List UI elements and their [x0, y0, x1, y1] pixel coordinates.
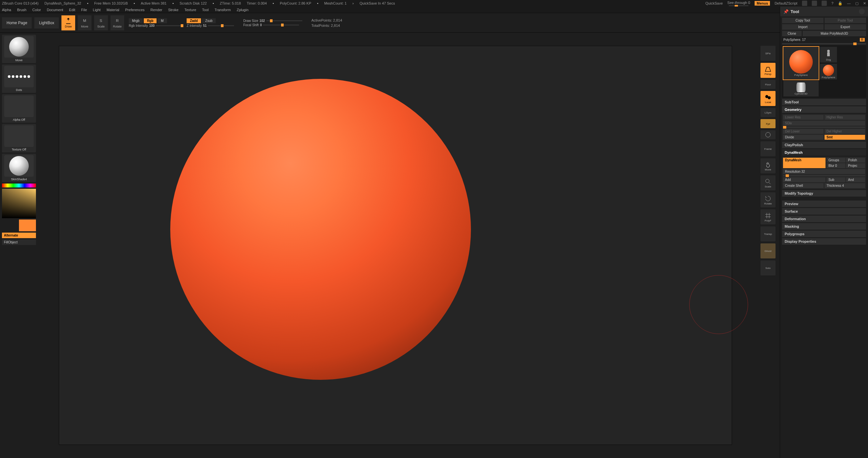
rotate-mode-button[interactable]: R Rotate	[111, 16, 124, 30]
zsub-button[interactable]: Zsub	[202, 18, 216, 23]
section-dynamesh[interactable]: DynaMesh	[782, 149, 866, 156]
import-button[interactable]: Import	[782, 24, 824, 30]
minimize-icon[interactable]: —	[847, 1, 851, 5]
tool-thumb-polysphere[interactable]: PolySphere	[783, 47, 819, 80]
spix-button[interactable]: SPix	[761, 46, 776, 61]
scale-mode-button[interactable]: S Scale	[94, 16, 108, 30]
mrgb-button[interactable]: Mrgb	[129, 18, 143, 23]
floor-button[interactable]: Floor	[761, 80, 776, 89]
resolution-slider[interactable]: Resolution 32	[783, 169, 865, 174]
quicksave-button[interactable]: QuickSave	[705, 1, 722, 5]
menu-light[interactable]: Light	[93, 8, 101, 12]
tool-panel-header[interactable]: 📌 Tool	[780, 6, 868, 16]
menu-preferences[interactable]: Preferences	[125, 8, 145, 12]
stroke-selector[interactable]: Dots	[2, 64, 36, 93]
section-surface[interactable]: Surface	[782, 208, 866, 214]
rgb-intensity-slider[interactable]	[156, 25, 182, 26]
resolution-slider-track[interactable]	[783, 175, 865, 176]
draw-size-slider[interactable]	[266, 20, 302, 21]
add-button[interactable]: Add	[783, 177, 826, 182]
section-display-properties[interactable]: Display Properties	[782, 238, 866, 245]
menu-alpha[interactable]: Alpha	[2, 8, 11, 12]
menu-document[interactable]: Document	[47, 8, 63, 12]
refresh-icon[interactable]	[859, 8, 865, 15]
menu-texture[interactable]: Texture	[184, 8, 196, 12]
section-polygroups[interactable]: Polygroups	[782, 231, 866, 237]
menu-color[interactable]: Color	[32, 8, 41, 12]
tool-thumb-cylinder[interactable]: Cylinder3D	[783, 81, 819, 96]
dynamesh-button[interactable]: DynaMesh	[783, 158, 826, 168]
menu-file[interactable]: File	[81, 8, 87, 12]
hue-strip[interactable]	[2, 183, 36, 188]
maximize-icon[interactable]: ▢	[855, 1, 859, 5]
viewport[interactable]	[59, 46, 732, 445]
lsym-button[interactable]: LSym	[761, 108, 776, 117]
transp-button[interactable]: Transp	[761, 226, 776, 241]
move-mode-button[interactable]: M Move	[78, 16, 92, 30]
section-masking[interactable]: Masking	[782, 223, 866, 230]
menu-zplugin[interactable]: Zplugin	[237, 8, 248, 12]
smt-button[interactable]: Smt	[825, 135, 865, 140]
section-preview[interactable]: Preview	[782, 201, 866, 207]
xyz-button[interactable]: Xyz	[761, 119, 776, 128]
lightbox-button[interactable]: LightBox	[34, 17, 59, 28]
create-shell-button[interactable]: Create Shell	[783, 183, 824, 188]
nav-rotate-button[interactable]: Rotate	[761, 192, 776, 207]
defaultzscript-button[interactable]: DefaultZScript	[775, 1, 798, 5]
help-icon[interactable]: ?	[831, 1, 833, 5]
menu-render[interactable]: Render	[150, 8, 162, 12]
persp-button[interactable]: Persp	[761, 63, 776, 78]
cog-icon[interactable]	[812, 1, 817, 6]
section-subtool[interactable]: SubTool	[782, 99, 866, 105]
lower-res-button[interactable]: Lower Res	[783, 115, 824, 120]
section-modify-topology[interactable]: Modify Topology	[782, 190, 866, 197]
sdiv-slider[interactable]: SDiv	[783, 121, 865, 125]
del-higher-button[interactable]: Del Higher	[825, 129, 865, 134]
make-polymesh-button[interactable]: Make PolyMesh3D	[803, 31, 866, 36]
blur-slider[interactable]: Blur 0	[827, 163, 845, 168]
rgb-button[interactable]: Rgb	[144, 18, 157, 23]
menus-button[interactable]: Menus	[754, 1, 770, 5]
section-claypolish[interactable]: ClayPolish	[782, 142, 866, 148]
focal-shift-slider[interactable]	[263, 25, 299, 26]
pin-icon[interactable]: 📌	[783, 9, 788, 14]
clone-button[interactable]: Clone	[782, 31, 802, 36]
nav-move-button[interactable]: Move	[761, 158, 776, 173]
project-button[interactable]: Projec	[846, 163, 865, 168]
menu-stroke[interactable]: Stroke	[168, 8, 179, 12]
export-button[interactable]: Export	[825, 24, 866, 30]
sub-button[interactable]: Sub	[827, 177, 845, 182]
tool-thumb-dog[interactable]: Dog	[820, 47, 837, 62]
divide-button[interactable]: Divide	[783, 135, 824, 140]
brush-selector[interactable]: Move	[2, 35, 36, 63]
paste-tool-button[interactable]: Paste Tool	[825, 18, 866, 23]
swatch-primary[interactable]	[2, 220, 19, 231]
nav-scale-button[interactable]: Scale	[761, 175, 776, 191]
material-selector[interactable]: SkinShade4	[2, 154, 36, 182]
frame-button[interactable]: Frame	[761, 141, 776, 156]
del-lower-button[interactable]: Del Lower	[783, 129, 824, 134]
seethrough-slider[interactable]	[729, 5, 748, 6]
home-page-button[interactable]: Home Page	[2, 17, 32, 28]
thickness-slider[interactable]: Thickness 4	[825, 183, 865, 188]
swatch-secondary[interactable]	[19, 220, 36, 231]
solo-button[interactable]: Solo	[761, 260, 776, 276]
local-button[interactable]: Local	[761, 91, 776, 106]
alpha-selector[interactable]: Alpha Off	[2, 94, 36, 123]
close-icon[interactable]: ✕	[863, 1, 866, 5]
polish-button[interactable]: Polish	[846, 158, 865, 163]
lock-icon[interactable]: 🔒	[838, 1, 842, 5]
groups-button[interactable]: Groups	[827, 158, 845, 163]
z-intensity-slider[interactable]	[208, 25, 234, 26]
menu-transform[interactable]: Transform	[214, 8, 231, 12]
zadd-button[interactable]: Zadd	[187, 18, 201, 23]
section-geometry[interactable]: Geometry	[782, 106, 866, 113]
axis-button[interactable]	[761, 130, 776, 139]
draw-mode-button[interactable]: Draw	[61, 16, 75, 30]
tool-slider[interactable]	[782, 43, 866, 45]
grid-icon[interactable]	[822, 1, 827, 6]
tool-thumb-polysphere2[interactable]: PolySphere	[820, 64, 837, 80]
copy-tool-button[interactable]: Copy Tool	[782, 18, 824, 23]
fillobject-button[interactable]: FillObject	[2, 239, 36, 245]
higher-res-button[interactable]: Higher Res	[825, 115, 865, 120]
